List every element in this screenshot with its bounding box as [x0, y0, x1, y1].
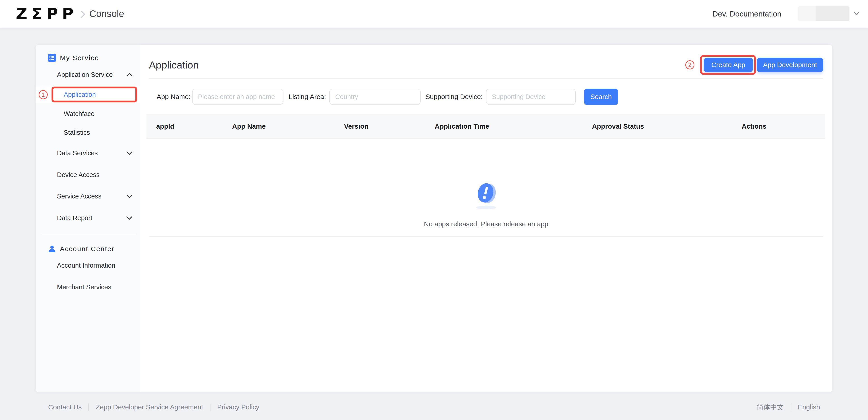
sidebar-divider: [40, 235, 137, 235]
footer: Contact Us Zepp Developer Service Agreem…: [0, 399, 868, 415]
chevron-down-icon: [126, 216, 132, 220]
app-name-label: App Name:: [157, 89, 191, 105]
service-agreement-link[interactable]: Zepp Developer Service Agreement: [96, 403, 203, 411]
footer-separator: [88, 403, 89, 411]
empty-state-icon: [140, 180, 832, 212]
column-actions: Actions: [742, 114, 767, 139]
footer-separator: [210, 403, 211, 411]
footer-separator: [791, 403, 791, 411]
sidebar-item-application[interactable]: Application: [36, 86, 140, 103]
dev-documentation-link[interactable]: Dev. Documentation: [712, 9, 781, 18]
sidebar-item-label: Watchface: [64, 110, 94, 118]
sidebar-item-device-access[interactable]: Device Access: [36, 167, 140, 182]
sidebar-item-data-report[interactable]: Data Report: [36, 210, 140, 226]
privacy-policy-link[interactable]: Privacy Policy: [217, 403, 259, 411]
sidebar-group-label: Account Center: [60, 245, 115, 253]
chevron-down-icon: [126, 194, 132, 198]
breadcrumb-chevron-icon: [81, 10, 86, 18]
sidebar: My Service Application Service Applicati…: [36, 45, 140, 392]
language-chinese-link[interactable]: 简体中文: [757, 402, 784, 412]
column-approval-status: Approval Status: [592, 114, 644, 139]
app-name-input[interactable]: [192, 89, 283, 105]
footer-links: Contact Us Zepp Developer Service Agreem…: [48, 403, 259, 411]
main-panel: Application 2 Create App App Development…: [140, 45, 832, 392]
supporting-device-input[interactable]: [486, 89, 576, 105]
column-version: Version: [344, 114, 368, 139]
listing-area-input[interactable]: [329, 89, 421, 105]
sidebar-item-label: Data Services: [57, 149, 98, 157]
language-english-link[interactable]: English: [798, 403, 820, 411]
annotation-circle-2: 2: [685, 60, 694, 69]
empty-state-text: No apps released. Please release an app: [140, 220, 832, 228]
sidebar-group-account-center[interactable]: Account Center: [36, 241, 140, 257]
sidebar-group-label: My Service: [60, 54, 99, 62]
sidebar-item-label: Data Report: [57, 214, 92, 222]
table-bottom-divider: [149, 236, 823, 237]
user-icon: [48, 245, 56, 253]
contact-us-link[interactable]: Contact Us: [48, 403, 82, 411]
breadcrumb: Console: [89, 8, 124, 19]
sidebar-item-statistics[interactable]: Statistics: [36, 125, 140, 140]
topbar: ZΣPP Console Dev. Documentation: [0, 0, 868, 28]
listing-area-label: Listing Area:: [289, 89, 326, 105]
zepp-console-page: ZΣPP Console Dev. Documentation My Servi…: [0, 0, 868, 420]
sidebar-item-watchface[interactable]: Watchface: [36, 106, 140, 121]
sidebar-item-application-service[interactable]: Application Service: [36, 67, 140, 82]
content-card: My Service Application Service Applicati…: [36, 45, 832, 392]
table-header: appId App Name Version Application Time …: [147, 114, 825, 139]
sidebar-item-label: Account Information: [57, 262, 115, 269]
sidebar-item-label: Application Service: [57, 71, 113, 79]
sidebar-item-label: Device Access: [57, 171, 100, 179]
annotation-box-application: [52, 87, 137, 102]
sidebar-item-merchant-services[interactable]: Merchant Services: [36, 279, 140, 295]
sidebar-item-service-access[interactable]: Service Access: [36, 188, 140, 204]
sidebar-item-account-information[interactable]: Account Information: [36, 258, 140, 273]
chevron-down-icon: [126, 151, 132, 155]
topbar-right: Dev. Documentation: [712, 6, 868, 21]
page-title: Application: [149, 59, 199, 71]
chevron-up-icon: [126, 73, 132, 77]
account-chevron-down-icon[interactable]: [853, 11, 860, 16]
footer-languages: 简体中文 English: [757, 402, 820, 412]
column-app-name: App Name: [232, 114, 266, 139]
annotation-box-create-app: [700, 55, 756, 75]
sidebar-group-my-service[interactable]: My Service: [36, 50, 140, 65]
supporting-device-label: Supporting Device:: [426, 89, 483, 105]
sidebar-item-data-services[interactable]: Data Services: [36, 145, 140, 161]
column-appid: appId: [156, 114, 174, 139]
sidebar-item-label: Service Access: [57, 192, 101, 200]
app-development-button[interactable]: App Development: [757, 58, 823, 72]
list-icon: [48, 54, 56, 62]
annotation-circle-1: 1: [39, 90, 48, 99]
title-divider: [149, 79, 823, 79]
column-application-time: Application Time: [435, 114, 489, 139]
search-button[interactable]: Search: [584, 89, 618, 105]
sidebar-item-label: Statistics: [64, 129, 90, 136]
user-account-redacted[interactable]: [798, 6, 849, 21]
zepp-logo[interactable]: ZΣPP: [16, 6, 78, 22]
sidebar-item-label: Merchant Services: [57, 283, 111, 291]
